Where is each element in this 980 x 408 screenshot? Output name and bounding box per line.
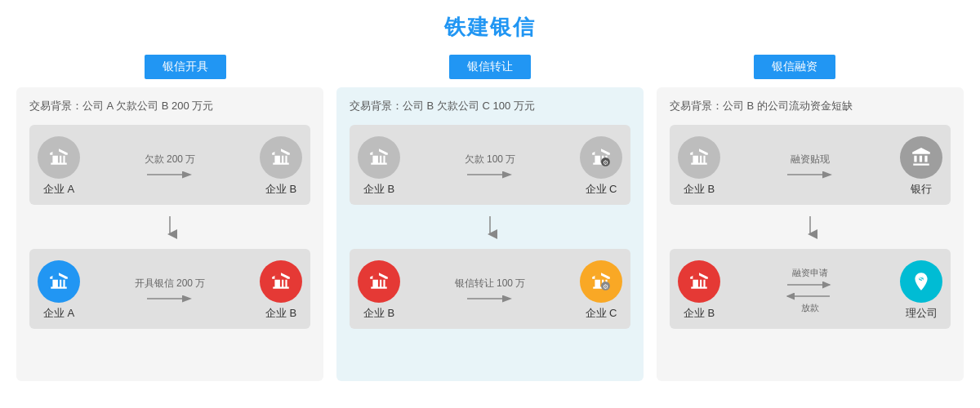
col3-top-entities: 企业 B 融资贴现 银行: [678, 136, 942, 197]
col1-down-arrow: [29, 213, 310, 241]
col3-top-to-label: 银行: [911, 182, 932, 197]
col2-top-from: 企业 B: [358, 136, 400, 197]
col1-top-arrow-text: 欠款 200 万: [145, 153, 196, 166]
col3-top-to: 银行: [900, 136, 942, 197]
col2-down-arrow-svg: [480, 215, 500, 239]
col1-top-arrow-svg: [145, 168, 194, 181]
col1-bottom-to: 企业 B: [260, 260, 302, 321]
svg-text:⚙: ⚙: [603, 283, 608, 290]
col2-top-from-icon: [358, 136, 400, 179]
col2-bottom-arrow: 银信转让 100 万: [412, 277, 568, 305]
col3-top-from-icon: [678, 136, 720, 179]
col3-top-arrow-text: 融资贴现: [791, 153, 830, 166]
col2-context: 交易背景：公司 B 欠款公司 C 100 万元: [350, 99, 630, 113]
col2-bottom-from-icon: [358, 260, 400, 303]
col1-top-to-label: 企业 B: [265, 182, 296, 197]
column-3: 交易背景：公司 B 的公司流动资金短缺 企业 B 融资贴现 银: [657, 87, 964, 381]
col2-top-entities: 企业 B 欠款 100 万 ⚙ 企业 C: [358, 136, 622, 197]
col3-bottom-entities: 企业 B 融资申请 放款 $ 理公司: [678, 260, 942, 321]
col3-arrow-up-text: 融资申请: [792, 267, 828, 279]
col1-bottom-from: 企业 A: [38, 260, 80, 321]
col2-top-flow: 企业 B 欠款 100 万 ⚙ 企业 C: [350, 125, 630, 205]
col1-top-from: 企业 A: [38, 136, 80, 197]
col3-arrow-down-svg: [786, 290, 835, 302]
tab-row: 银信开具 银信转让 银信融资: [0, 50, 980, 87]
col3-top-arrow: 融资贴现: [732, 153, 889, 181]
col1-bottom-arrow-svg: [145, 292, 194, 305]
col3-arrow-up-svg: [786, 279, 835, 290]
col2-bottom-arrow-svg: [466, 292, 514, 305]
col3-top-to-icon: [900, 136, 942, 179]
col3-bottom-flow: 企业 B 融资申请 放款 $ 理公司: [670, 249, 951, 329]
col2-top-arrow-svg: [466, 168, 514, 181]
col2-down-arrow: [350, 213, 630, 241]
col1-top-to: 企业 B: [260, 136, 302, 197]
col2-top-arrow-text: 欠款 100 万: [465, 153, 516, 166]
col1-bottom-from-icon: [38, 260, 80, 303]
col1-context: 交易背景：公司 A 欠款公司 B 200 万元: [29, 99, 310, 113]
col3-context: 交易背景：公司 B 的公司流动资金短缺: [670, 99, 951, 113]
column-2: 交易背景：公司 B 欠款公司 C 100 万元 企业 B 欠款 100 万 ⚙: [336, 87, 644, 381]
col1-top-to-icon: [260, 136, 302, 179]
col2-bottom-entities: 企业 B 银信转让 100 万 ⚙ 企业 C: [358, 260, 622, 321]
col1-bottom-arrow: 开具银信 200 万: [91, 277, 248, 305]
col1-bottom-to-label: 企业 B: [265, 306, 296, 321]
col3-bottom-to-icon: $: [900, 260, 942, 303]
col3-bottom-to-label: 理公司: [906, 306, 938, 321]
col2-bottom-to: ⚙ 企业 C: [580, 260, 622, 321]
col3-down-arrow-svg: [800, 215, 820, 239]
col3-top-from: 企业 B: [678, 136, 720, 197]
col3-top-flow: 企业 B 融资贴现 银行: [670, 125, 951, 205]
col2-bottom-to-label: 企业 C: [586, 306, 617, 321]
col1-bottom-to-icon: [260, 260, 302, 303]
columns-container: 交易背景：公司 A 欠款公司 B 200 万元 企业 A 欠款 200 万: [0, 87, 980, 381]
col2-top-to-label: 企业 C: [586, 182, 617, 197]
col2-top-arrow: 欠款 100 万: [412, 153, 568, 181]
col1-top-entities: 企业 A 欠款 200 万 企业 B: [38, 136, 302, 197]
col3-down-arrow: [670, 213, 951, 241]
col2-bottom-from: 企业 B: [358, 260, 400, 321]
col2-top-to-icon: ⚙: [580, 136, 622, 179]
col3-bottom-arrow: 融资申请 放款: [732, 267, 889, 314]
tab-yinxin-rongzi[interactable]: 银信融资: [754, 55, 835, 79]
col3-bottom-to: $ 理公司: [900, 260, 942, 321]
col1-down-arrow-svg: [160, 215, 180, 239]
tab-yinxin-kaiju[interactable]: 银信开具: [145, 55, 226, 79]
col2-bottom-to-icon: ⚙: [580, 260, 622, 303]
col1-top-from-icon: [38, 136, 80, 179]
svg-text:$: $: [920, 275, 924, 283]
col1-top-from-label: 企业 A: [43, 182, 74, 197]
col3-bottom-from-label: 企业 B: [684, 306, 715, 321]
col1-bottom-entities: 企业 A 开具银信 200 万 企业 B: [38, 260, 302, 321]
col3-bottom-from: 企业 B: [678, 260, 720, 321]
col3-double-arrow: 融资申请 放款: [786, 267, 835, 314]
col1-top-flow: 企业 A 欠款 200 万 企业 B: [29, 125, 310, 205]
col3-top-from-label: 企业 B: [684, 182, 715, 197]
col3-top-arrow-svg: [786, 168, 835, 181]
col1-top-arrow: 欠款 200 万: [91, 153, 248, 181]
col3-bottom-from-icon: [678, 260, 720, 303]
col2-bottom-arrow-text: 银信转让 100 万: [455, 277, 526, 290]
col1-bottom-arrow-text: 开具银信 200 万: [135, 277, 206, 290]
tab-yinxin-zhuanrang[interactable]: 银信转让: [449, 55, 531, 79]
svg-text:⚙: ⚙: [603, 159, 608, 166]
col1-bottom-from-label: 企业 A: [43, 306, 74, 321]
column-1: 交易背景：公司 A 欠款公司 B 200 万元 企业 A 欠款 200 万: [16, 87, 323, 381]
col2-top-from-label: 企业 B: [363, 182, 394, 197]
col1-bottom-flow: 企业 A 开具银信 200 万 企业 B: [29, 249, 310, 329]
col2-bottom-flow: 企业 B 银信转让 100 万 ⚙ 企业 C: [350, 249, 630, 329]
col3-arrow-down-text: 放款: [801, 302, 819, 314]
page-title: 铁建银信: [0, 0, 980, 50]
col2-top-to: ⚙ 企业 C: [580, 136, 622, 197]
col2-bottom-from-label: 企业 B: [363, 306, 394, 321]
